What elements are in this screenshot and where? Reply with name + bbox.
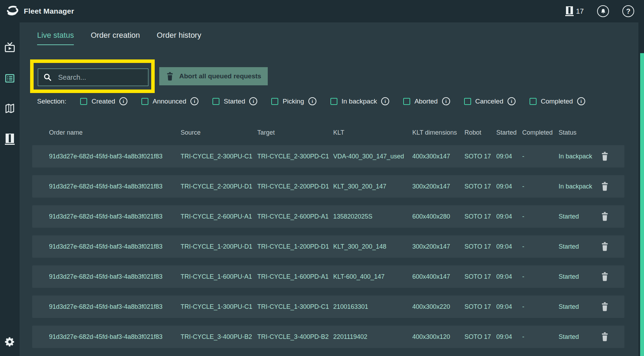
help-icon[interactable]: ? xyxy=(622,5,634,17)
filter-label: Started xyxy=(224,98,245,105)
filter-label: Aborted xyxy=(414,98,438,105)
cell-started: 09:04 xyxy=(496,183,522,190)
cell-status: Started xyxy=(559,303,600,311)
cell-klt: 2201119402 xyxy=(333,333,412,341)
cell-klt: KLT-600_400_147 xyxy=(333,273,412,280)
info-icon[interactable]: i xyxy=(119,97,127,105)
map-icon[interactable] xyxy=(4,103,15,115)
cell-source: TRI-CYCLE_1-200PU-D1 xyxy=(181,243,257,250)
table-row[interactable]: 91d3d27e-682d-45fd-baf3-4a8b3f021f83 TRI… xyxy=(32,326,624,348)
info-icon[interactable]: i xyxy=(190,97,198,105)
column-header-klt: KLT xyxy=(333,129,412,136)
cell-source: TRI-CYCLE_2-200PU-D1 xyxy=(181,183,257,190)
filter-checkbox[interactable] xyxy=(330,98,337,105)
abort-all-queued-requests-button[interactable]: Abort all queued requests xyxy=(159,67,268,85)
column-header-robot: Robot xyxy=(464,129,496,136)
tab-bar: Live status Order creation Order history xyxy=(37,31,201,45)
cell-completed: - xyxy=(522,303,559,311)
main-content: Live status Order creation Order history xyxy=(20,22,638,356)
cell-klt-dimensions: 400x300x120 xyxy=(412,333,464,341)
cell-status: In backpack xyxy=(559,183,600,190)
cell-klt-dimensions: 300x200x147 xyxy=(412,243,464,250)
scrollbar-thumb[interactable] xyxy=(640,53,644,356)
delete-order-trash-icon[interactable] xyxy=(601,212,609,221)
info-icon[interactable]: i xyxy=(308,97,316,105)
filter-option-completed: Completed i xyxy=(530,97,585,105)
cell-klt-dimensions: 400x300x147 xyxy=(412,153,464,160)
info-icon[interactable]: i xyxy=(442,97,450,105)
info-icon[interactable]: i xyxy=(381,97,389,105)
cell-source: TRI-CYCLE_1-600PU-A1 xyxy=(181,273,257,280)
column-header-target: Target xyxy=(257,129,333,136)
cell-completed: - xyxy=(522,183,559,190)
cell-started: 09:04 xyxy=(496,303,522,311)
cell-robot: SOTO 17 xyxy=(464,153,496,160)
table-row[interactable]: 91d3d27e-682d-45fd-baf3-4a8b3f021f83 TRI… xyxy=(32,235,624,258)
search-box xyxy=(38,69,148,86)
scrollbar-track xyxy=(640,22,644,356)
fleet-manager-app: Fleet Manager 17 ? xyxy=(0,0,644,356)
trash-icon xyxy=(166,72,174,81)
orders-list-icon[interactable] xyxy=(4,72,16,86)
cell-klt-dimensions: 300x200x147 xyxy=(412,183,464,190)
delete-order-trash-icon[interactable] xyxy=(601,302,609,311)
tab-live-status[interactable]: Live status xyxy=(37,31,74,45)
search-input[interactable] xyxy=(57,73,151,81)
cell-completed: - xyxy=(522,273,559,280)
cell-started: 09:04 xyxy=(496,243,522,250)
notifications-bell-icon[interactable] xyxy=(597,5,609,17)
filter-checkbox[interactable] xyxy=(141,98,148,105)
table-row[interactable]: 91d3d27e-682d-45fd-baf3-4a8b3f021f83 TRI… xyxy=(32,175,624,198)
delete-order-trash-icon[interactable] xyxy=(601,152,609,161)
cell-klt-dimensions: 600x400x147 xyxy=(412,273,464,280)
cell-klt: KLT_300_200_148 xyxy=(333,243,412,250)
cell-completed: - xyxy=(522,213,559,220)
info-icon[interactable]: i xyxy=(577,97,585,105)
robot-icon[interactable] xyxy=(5,134,15,145)
cell-target: TRI-CYCLE_2-300PD-C1 xyxy=(257,153,333,160)
filter-checkbox[interactable] xyxy=(271,98,278,105)
selection-label: Selection: xyxy=(37,98,66,105)
cell-target: TRI-CYCLE_1-300PD-C1 xyxy=(257,303,333,311)
column-header-status: Status xyxy=(559,129,600,136)
robot-count-indicator[interactable]: 17 xyxy=(565,6,584,16)
info-icon[interactable]: i xyxy=(507,97,516,105)
cell-status: Started xyxy=(559,333,600,341)
cell-klt-dimensions: 400x300x220 xyxy=(412,303,464,311)
filter-checkbox[interactable] xyxy=(80,98,87,105)
column-header-source: Source xyxy=(181,129,257,136)
cell-robot: SOTO 17 xyxy=(464,183,496,190)
tab-order-creation[interactable]: Order creation xyxy=(91,31,140,45)
filter-checkbox[interactable] xyxy=(403,98,410,105)
cell-target: TRI-CYCLE_2-200PD-D1 xyxy=(257,183,333,190)
cell-order-name: 91d3d27e-682d-45fd-baf3-4a8b3f021f83 xyxy=(49,333,181,341)
table-row[interactable]: 91d3d27e-682d-45fd-baf3-4a8b3f021f83 TRI… xyxy=(32,145,624,168)
filter-option-started: Started i xyxy=(212,97,257,105)
table-row[interactable]: 91d3d27e-682d-45fd-baf3-4a8b3f021f83 TRI… xyxy=(32,265,624,288)
cell-robot: SOTO 17 xyxy=(464,303,496,311)
cell-robot: SOTO 17 xyxy=(464,273,496,280)
cell-status: In backpack xyxy=(559,153,600,160)
table-row[interactable]: 91d3d27e-682d-45fd-baf3-4a8b3f021f83 TRI… xyxy=(32,296,624,318)
info-icon[interactable]: i xyxy=(249,97,257,105)
filter-option-aborted: Aborted i xyxy=(403,97,450,105)
delete-order-trash-icon[interactable] xyxy=(601,242,609,251)
filter-label: In backpack xyxy=(342,98,377,105)
live-view-icon[interactable] xyxy=(4,42,16,55)
filter-checkbox[interactable] xyxy=(212,98,219,105)
cell-target: TRI-CYCLE_1-200PD-D1 xyxy=(257,243,333,250)
tab-order-history[interactable]: Order history xyxy=(157,31,201,45)
delete-order-trash-icon[interactable] xyxy=(601,182,609,191)
table-row[interactable]: 91d3d27e-682d-45fd-baf3-4a8b3f021f83 TRI… xyxy=(32,205,624,228)
column-header-order-name: Order name xyxy=(49,129,181,136)
delete-order-trash-icon[interactable] xyxy=(601,272,609,281)
cell-order-name: 91d3d27e-682d-45fd-baf3-4a8b3f021f83 xyxy=(49,153,181,160)
cell-source: TRI-CYCLE_3-400PU-B2 xyxy=(181,333,257,341)
filter-option-picking: Picking i xyxy=(271,97,316,105)
delete-order-trash-icon[interactable] xyxy=(601,332,609,341)
filter-checkbox[interactable] xyxy=(464,98,471,105)
filter-checkbox[interactable] xyxy=(530,98,537,105)
cell-klt: KLT_300_200_147 xyxy=(333,183,412,190)
status-filter-row: Selection: Created i Announced i Started… xyxy=(37,97,585,105)
settings-gear-icon[interactable] xyxy=(5,336,15,349)
